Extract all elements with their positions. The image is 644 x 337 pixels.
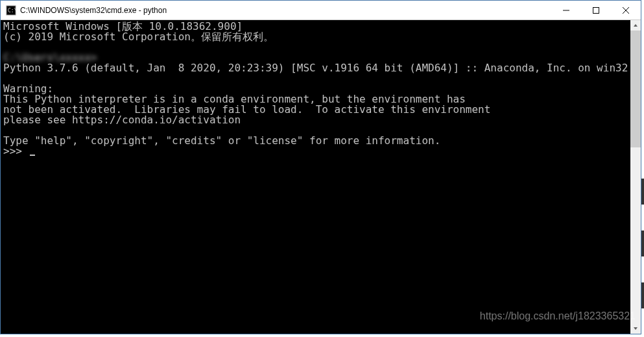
maximize-button[interactable] bbox=[581, 1, 611, 19]
titlebar[interactable]: C:\ C:\WINDOWS\system32\cmd.exe - python bbox=[1, 1, 641, 20]
side-mark bbox=[641, 282, 644, 308]
terminal-line bbox=[3, 42, 630, 53]
scrollbar-thumb[interactable] bbox=[630, 31, 641, 147]
minimize-button[interactable] bbox=[551, 1, 581, 19]
window-controls bbox=[551, 1, 641, 19]
terminal-line bbox=[3, 73, 630, 84]
terminal-body: Microsoft Windows [版本 10.0.18362.900](c)… bbox=[1, 20, 641, 334]
terminal-line: >>> bbox=[3, 146, 630, 156]
command-prompt-window: C:\ C:\WINDOWS\system32\cmd.exe - python… bbox=[0, 0, 641, 334]
vertical-scrollbar[interactable] bbox=[630, 20, 641, 334]
close-button[interactable] bbox=[611, 1, 641, 19]
terminal-line: Type "help", "copyright", "credits" or "… bbox=[3, 136, 630, 146]
terminal-content[interactable]: Microsoft Windows [版本 10.0.18362.900](c)… bbox=[1, 20, 630, 334]
terminal-line: (c) 2019 Microsoft Corporation。保留所有权利。 bbox=[3, 32, 630, 42]
svg-text:C:\: C:\ bbox=[8, 8, 16, 14]
svg-rect-3 bbox=[593, 7, 599, 13]
window-title: C:\WINDOWS\system32\cmd.exe - python bbox=[20, 6, 551, 15]
terminal-line: please see https://conda.io/activation bbox=[3, 115, 630, 125]
side-mark bbox=[641, 231, 644, 256]
cmd-icon: C:\ bbox=[6, 5, 16, 16]
cursor bbox=[30, 155, 35, 156]
terminal-line: Python 3.7.6 (default, Jan 8 2020, 20:23… bbox=[3, 63, 630, 73]
scroll-down-button[interactable] bbox=[630, 323, 641, 334]
side-marks bbox=[641, 0, 644, 337]
scroll-up-button[interactable] bbox=[630, 20, 641, 31]
side-mark bbox=[641, 179, 644, 205]
